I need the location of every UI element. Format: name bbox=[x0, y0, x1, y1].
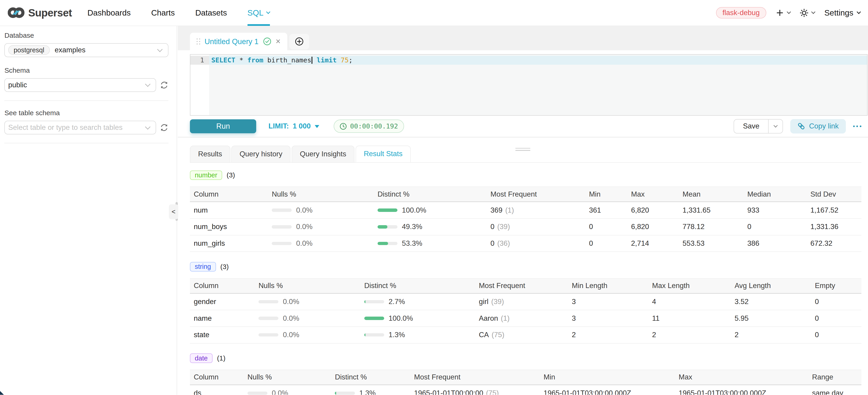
refresh-icon bbox=[160, 123, 168, 132]
distinct-bar bbox=[377, 225, 397, 229]
settings-menu[interactable]: Settings bbox=[824, 8, 860, 18]
nulls-cell: 0.0% bbox=[268, 223, 374, 231]
refresh-tables-button[interactable] bbox=[160, 123, 168, 132]
run-button[interactable]: Run bbox=[190, 119, 256, 133]
stat-cell: 6,820 bbox=[627, 223, 679, 231]
sql-editor[interactable]: 1 SELECT * from birth_names limit 75; bbox=[190, 54, 868, 116]
nav-item-charts[interactable]: Charts bbox=[151, 0, 175, 26]
superset-logo[interactable]: Superset bbox=[8, 5, 72, 20]
save-options-button[interactable] bbox=[768, 120, 782, 133]
collapse-sidebar-button[interactable]: < bbox=[169, 204, 178, 219]
column-header: Max Length bbox=[648, 282, 731, 290]
stat-cell: 2,714 bbox=[627, 239, 679, 248]
column-header: Min Length bbox=[568, 282, 648, 290]
table-row: ds0.0%1.3%1965-01-01T00:00:00(75)1965-01… bbox=[190, 385, 861, 395]
stat-cell: 11 bbox=[648, 314, 731, 323]
distinct-cell: 100.0% bbox=[361, 314, 475, 323]
theme-toggle[interactable] bbox=[800, 8, 815, 18]
nav-item-datasets[interactable]: Datasets bbox=[195, 0, 227, 26]
column-header: Nulls % bbox=[268, 190, 374, 199]
distinct-bar bbox=[364, 300, 384, 304]
schema-field: Schema public bbox=[4, 66, 168, 92]
most-frequent-count: (75) bbox=[492, 331, 504, 339]
nulls-value: 0.0% bbox=[283, 314, 300, 323]
line-number: 1 bbox=[190, 56, 209, 65]
column-name-cell: gender bbox=[190, 298, 255, 306]
limit-label: LIMIT: bbox=[269, 122, 289, 130]
schema-value: public bbox=[8, 81, 27, 89]
chevron-down-icon bbox=[811, 10, 816, 14]
query-timer-badge: 00:00:00.192 bbox=[334, 120, 404, 133]
chevron-down-icon bbox=[787, 10, 791, 14]
nulls-cell: 0.0% bbox=[268, 206, 374, 214]
refresh-schemas-button[interactable] bbox=[160, 81, 168, 89]
nav-item-dashboards[interactable]: Dashboards bbox=[87, 0, 130, 26]
type-badge-date: date bbox=[190, 354, 213, 363]
nav-item-label: SQL bbox=[248, 8, 264, 18]
editor-code-area[interactable]: SELECT * from birth_names limit 75; bbox=[209, 55, 867, 115]
type-badge-row: number(3) bbox=[190, 171, 861, 180]
nulls-bar bbox=[272, 242, 291, 245]
stat-cell: 0 bbox=[743, 223, 807, 231]
result-tab-query-history[interactable]: Query history bbox=[231, 146, 290, 162]
refresh-icon bbox=[160, 81, 168, 89]
query-tab[interactable]: Untitled Query 1 × bbox=[190, 33, 287, 51]
schema-select[interactable]: public bbox=[4, 78, 156, 92]
database-value: examples bbox=[55, 46, 86, 54]
stat-cell: 778.12 bbox=[679, 223, 743, 231]
link-icon bbox=[797, 122, 805, 130]
sql-token: * bbox=[236, 56, 247, 65]
column-header: Distinct % bbox=[361, 282, 475, 290]
column-name-cell: ds bbox=[190, 389, 244, 395]
most-frequent-count: (39) bbox=[491, 298, 504, 306]
navbar-right: flask-debug Settings bbox=[716, 7, 860, 19]
limit-dropdown[interactable]: LIMIT: 1 000 bbox=[269, 122, 319, 130]
sql-token bbox=[337, 56, 341, 65]
app-root: Superset DashboardsChartsDatasetsSQL fla… bbox=[0, 0, 868, 395]
more-actions-button[interactable] bbox=[853, 125, 861, 127]
most-frequent-value: 1965-01-01T00:00:00 bbox=[414, 389, 484, 395]
most-frequent-cell: Aaron(1) bbox=[475, 314, 568, 323]
new-query-tab-button[interactable] bbox=[289, 34, 309, 49]
stat-cell: 0 bbox=[811, 314, 861, 323]
column-name-cell: name bbox=[190, 314, 255, 323]
bar-fill bbox=[335, 392, 336, 395]
close-tab-icon[interactable]: × bbox=[276, 37, 280, 45]
results-resize-handle[interactable] bbox=[515, 148, 530, 151]
nulls-bar bbox=[258, 316, 278, 320]
nulls-bar bbox=[258, 333, 278, 337]
type-badge-number: number bbox=[190, 171, 222, 180]
nulls-cell: 0.0% bbox=[268, 239, 374, 248]
stat-cell: 3 bbox=[568, 314, 648, 323]
schema-label: Schema bbox=[4, 66, 168, 74]
table-select[interactable]: Select table or type to search tables bbox=[4, 121, 156, 134]
limit-value: 1 000 bbox=[293, 122, 311, 130]
result-tab-results[interactable]: Results bbox=[190, 146, 230, 162]
nulls-cell: 0.0% bbox=[255, 331, 361, 339]
most-frequent-count: (1) bbox=[505, 206, 514, 214]
result-tab-query-insights[interactable]: Query Insights bbox=[291, 146, 354, 162]
stat-cell: 1,331.65 bbox=[679, 206, 743, 214]
column-header: Distinct % bbox=[331, 373, 410, 381]
table-row: num0.0%100.0%369(1)3616,8201,331.659331,… bbox=[190, 202, 861, 219]
stat-cell: 361 bbox=[585, 206, 627, 214]
column-header: Most Frequent bbox=[475, 282, 568, 290]
result-tab-result-stats[interactable]: Result Stats bbox=[355, 146, 411, 162]
nulls-bar bbox=[258, 300, 278, 304]
distinct-value: 1.3% bbox=[359, 389, 376, 395]
column-header: Column bbox=[190, 282, 255, 290]
nav-item-label: Dashboards bbox=[87, 8, 130, 18]
nav-item-sql[interactable]: SQL bbox=[248, 0, 270, 26]
column-header: Max bbox=[675, 373, 808, 381]
stat-cell: 933 bbox=[743, 206, 807, 214]
stat-cell: 2 bbox=[568, 331, 648, 339]
database-engine-tag: postgresql bbox=[8, 45, 50, 55]
save-button[interactable]: Save bbox=[734, 120, 768, 133]
stats-section-date: date(1)ColumnNulls %Distinct %Most Frequ… bbox=[190, 354, 861, 395]
column-header: Max bbox=[627, 190, 679, 199]
sql-token: ; bbox=[349, 56, 353, 65]
database-select[interactable]: postgresql examples bbox=[4, 43, 168, 57]
copy-link-button[interactable]: Copy link bbox=[790, 119, 846, 133]
new-item-menu[interactable] bbox=[776, 9, 790, 17]
result-stats-content: number(3)ColumnNulls %Distinct %Most Fre… bbox=[190, 171, 861, 395]
